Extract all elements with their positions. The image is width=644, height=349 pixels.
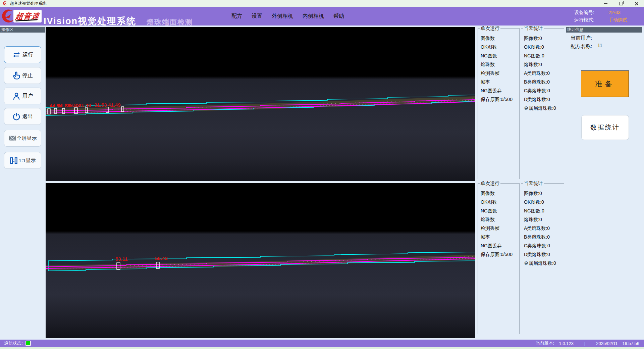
stat-label: NG图数 (481, 51, 519, 60)
stat-label: 图像数 (481, 34, 519, 43)
stat-label: NG图数:0 (524, 51, 564, 60)
recipe-row: 配方名称: 11 (571, 43, 598, 50)
app-logo-icon (3, 1, 7, 6)
stat-label: NG图数 (481, 206, 519, 215)
run-button[interactable]: 运行 (4, 46, 41, 63)
statusbar-separator: | (584, 341, 585, 346)
stat-label: 帧率 (481, 78, 519, 86)
stat-label: A类熔珠数:0 (524, 224, 564, 233)
measurement-label: 31.53 (94, 102, 107, 108)
brand-name: 超音速 (15, 11, 40, 21)
one-to-one-button[interactable]: 1:1显示 (4, 152, 41, 169)
ready-button[interactable]: 准备 (581, 70, 629, 97)
stat-label: 检测丢帧 (481, 69, 519, 78)
header: 超音速 IVision视觉处理系统 熔珠端面检测 配方 设置 外侧相机 内侧相机… (0, 7, 644, 26)
stop-hand-icon (12, 71, 20, 80)
exit-button-label: 退出 (22, 113, 33, 120)
menu-help[interactable]: 帮助 (329, 7, 349, 26)
stat-label: 保存原图:0/500 (481, 95, 519, 104)
measurement-label: 41.49 (78, 102, 91, 108)
daily-stats-group-bottom: 当天统计 图像数:0 OK图数:0 NG图数:0 熔珠数:0 A类熔珠数:0 B… (521, 183, 564, 334)
stat-label: NG图丢弃 (481, 241, 519, 250)
user-icon (12, 92, 20, 100)
power-icon (12, 112, 20, 120)
fullscreen-button-label: 全屏显示 (17, 135, 37, 142)
stat-label: D类熔珠数:0 (524, 250, 564, 259)
version-value: 1.0.123 (559, 341, 574, 346)
run-mode-label: 运行模式: (574, 16, 608, 23)
stat-label: 图像数:0 (524, 34, 564, 43)
stat-label: 熔珠数:0 (524, 215, 564, 224)
comm-status-label: 通信状态: (4, 340, 23, 346)
menu-settings[interactable]: 设置 (247, 7, 267, 26)
stat-label: 帧率 (481, 233, 519, 241)
restore-button[interactable] (613, 0, 629, 7)
brand-badge: 超音速 (13, 10, 42, 22)
device-number-value: 22-33 (608, 9, 621, 16)
main-area: 操作区 运行 停止 用户 (0, 26, 644, 340)
restore-icon (619, 2, 623, 5)
stat-label: 图像数 (481, 189, 519, 198)
stat-label: D类熔珠数:0 (524, 95, 564, 104)
measurement-label: 41.49 (108, 102, 121, 108)
status-time: 16:57:56 (622, 341, 639, 346)
single-run-group-bottom: 单次运行 图像数 OK图数 NG图数 熔珠数 检测丢帧 帧率 NG图丢弃 保存原… (478, 183, 520, 334)
fullscreen-button[interactable]: 全屏显示 (4, 130, 41, 147)
stat-label: B类熔珠数:0 (524, 78, 564, 86)
daily-stats-title: 当天统计 (523, 26, 544, 32)
stat-label: A类熔珠数:0 (524, 69, 564, 78)
operation-area-title: 操作区 (1, 27, 13, 33)
stat-label: C类熔珠数:0 (524, 241, 564, 250)
stat-label: OK图数:0 (524, 198, 564, 206)
single-run-title: 单次运行 (480, 181, 500, 187)
stat-label: 保存原图:0/500 (481, 250, 519, 259)
camera-feed-inner: 53.11 56.43 (46, 183, 475, 338)
menu-recipe[interactable]: 配方 (227, 7, 247, 26)
one-to-one-button-label: 1:1显示 (19, 157, 36, 164)
fullscreen-icon (9, 135, 16, 142)
measurement-label: 53.11 (115, 256, 128, 262)
stat-label: 金属屑熔珠数:0 (524, 259, 564, 267)
detection-overlay-bottom: 53.11 56.43 (46, 183, 475, 338)
recipe-name-label: 配方名称: (571, 43, 592, 49)
version-label: 当前版本: (536, 340, 554, 346)
minimize-button[interactable] (598, 0, 613, 7)
stat-label: C类熔珠数:0 (524, 86, 564, 95)
stat-label: B类熔珠数:0 (524, 233, 564, 241)
run-arrows-icon (12, 51, 21, 59)
daily-stats-title: 当天统计 (523, 181, 544, 187)
close-button[interactable] (629, 0, 644, 7)
window-title: 超音速视觉处理系统 (10, 1, 46, 6)
stat-label: OK图数:0 (524, 43, 564, 51)
window-frame-strip (0, 347, 644, 349)
run-mode-value: 手动调试 (608, 16, 627, 23)
statistics-info-title: 统计信息 (567, 27, 583, 33)
stat-label: NG图丢弃 (481, 86, 519, 95)
stat-label: 熔珠数 (481, 215, 519, 224)
recipe-name-value: 11 (597, 43, 602, 48)
statistics-info-header: 统计信息 (566, 27, 642, 33)
application-window: 超音速视觉处理系统 超音速 IVision视觉处理系统 熔珠端面检测 配方 设置… (0, 0, 644, 349)
user-button[interactable]: 用户 (4, 88, 41, 104)
stat-label: 熔珠数 (481, 60, 519, 69)
stat-label: 检测丢帧 (481, 224, 519, 233)
measurement-label: 56.43 (155, 255, 168, 261)
comm-status-indicator (25, 341, 31, 346)
menubar: 配方 设置 外侧相机 内侧相机 帮助 (227, 7, 349, 26)
run-button-label: 运行 (22, 51, 33, 58)
exit-button[interactable]: 退出 (4, 108, 41, 125)
stat-label: 图像数:0 (524, 189, 564, 198)
data-statistics-button[interactable]: 数据统计 (581, 115, 629, 140)
minimize-icon (604, 3, 607, 4)
stop-button[interactable]: 停止 (4, 67, 41, 84)
user-button-label: 用户 (22, 93, 33, 100)
header-info: 设备编号: 22-33 运行模式: 手动调试 (574, 9, 627, 23)
stat-label: 熔珠数:0 (524, 60, 564, 69)
one-to-one-icon (10, 156, 18, 164)
menu-inner-camera[interactable]: 内侧相机 (298, 7, 329, 26)
stat-label: NG图数:0 (524, 206, 564, 215)
stats-section-top: 单次运行 图像数 OK图数 NG图数 熔珠数 检测丢帧 帧率 NG图丢弃 保存原… (477, 26, 565, 181)
menu-outer-camera[interactable]: 外侧相机 (267, 7, 298, 26)
single-run-title: 单次运行 (480, 26, 500, 32)
close-icon (635, 2, 638, 5)
